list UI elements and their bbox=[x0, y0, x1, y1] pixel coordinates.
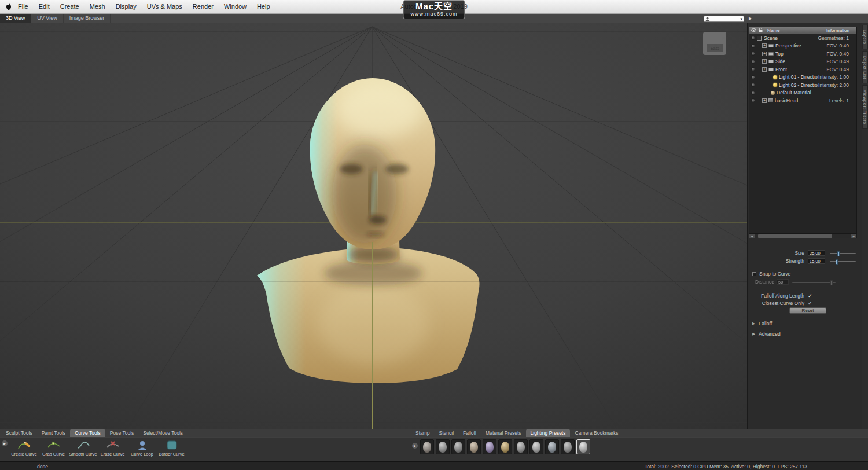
object-list-row[interactable]: Light 02 - Directional Intensity: 2.00 bbox=[749, 81, 856, 89]
lighting-preset-thumb[interactable] bbox=[514, 439, 528, 454]
tool-tab[interactable]: Stencil bbox=[435, 429, 459, 437]
tool-tab[interactable]: Stamp bbox=[411, 429, 435, 437]
smooth-curve-tool[interactable]: Smooth Curve bbox=[68, 439, 98, 457]
object-list-row[interactable]: + Front FOV: 0.49 bbox=[749, 65, 856, 74]
view-tab[interactable]: UV View bbox=[31, 14, 63, 23]
object-list-row[interactable]: Default Material bbox=[749, 89, 856, 97]
object-list-row[interactable]: + Top FOV: 0.49 bbox=[749, 50, 856, 58]
grab-curve-tool[interactable]: Grab Curve bbox=[39, 439, 68, 457]
tool-tab[interactable]: Pose Tools bbox=[105, 429, 138, 437]
expander-icon[interactable]: − bbox=[757, 36, 762, 41]
visibility-dot[interactable] bbox=[751, 91, 755, 95]
visibility-dot[interactable] bbox=[751, 75, 755, 79]
side-tab[interactable]: Layers bbox=[862, 25, 868, 49]
chevron-right-icon: ▶ bbox=[752, 321, 755, 326]
object-list-row[interactable]: + Perspective FOV: 0.49 bbox=[749, 42, 856, 50]
expander-icon[interactable]: + bbox=[762, 67, 767, 72]
visibility-dot[interactable] bbox=[751, 44, 755, 48]
tool-tab[interactable]: Paint Tools bbox=[37, 429, 70, 437]
lighting-preset-thumb[interactable] bbox=[561, 439, 575, 454]
search-box[interactable]: ▾ bbox=[704, 16, 744, 22]
visibility-dot[interactable] bbox=[751, 60, 755, 64]
tray-expand-right-icon[interactable]: ▶ bbox=[412, 443, 418, 449]
visibility-dot[interactable] bbox=[751, 98, 755, 102]
side-tab[interactable]: Object List bbox=[862, 51, 868, 84]
lighting-preset-thumb[interactable] bbox=[529, 439, 543, 454]
scroll-right-icon[interactable]: ▶ bbox=[851, 234, 856, 238]
closest-curve-only-check[interactable]: ✓ bbox=[808, 300, 812, 307]
tool-tab[interactable]: Falloff bbox=[458, 429, 481, 437]
menu-item[interactable]: Window bbox=[219, 0, 252, 13]
tool-tab[interactable]: Material Presets bbox=[481, 429, 525, 437]
view-tab[interactable]: Image Browser bbox=[64, 14, 111, 23]
menu-item[interactable]: Render bbox=[187, 0, 219, 13]
distance-slider[interactable] bbox=[792, 282, 836, 283]
object-list-row[interactable]: Light 01 - Directional1 Intensity: 1.00 bbox=[749, 74, 856, 82]
tool-tab[interactable]: Lighting Presets bbox=[526, 429, 571, 437]
distance-input[interactable] bbox=[777, 279, 789, 285]
lighting-preset-thumb[interactable] bbox=[420, 439, 434, 454]
lighting-preset-thumb[interactable] bbox=[436, 439, 450, 454]
expander-icon[interactable]: + bbox=[762, 59, 767, 64]
lighting-preset-thumb[interactable] bbox=[545, 439, 559, 454]
object-list-row[interactable]: − Scene Geometries: 1 bbox=[749, 34, 856, 42]
strength-slider[interactable] bbox=[830, 261, 856, 262]
menu-item[interactable]: Edit bbox=[34, 0, 55, 13]
object-type-icon bbox=[768, 98, 773, 102]
lighting-preset-thumb[interactable] bbox=[451, 439, 465, 454]
snap-to-curve-checkbox[interactable] bbox=[752, 272, 756, 276]
falloff-section-header[interactable]: ▶ Falloff bbox=[748, 321, 863, 328]
menu-item[interactable]: Mesh bbox=[84, 0, 111, 13]
menu-item[interactable]: Help bbox=[252, 0, 275, 13]
tray-expand-left-icon[interactable]: ▶ bbox=[2, 440, 8, 446]
viewport-3d[interactable]: East bbox=[0, 23, 747, 429]
side-tab[interactable]: Viewport Filters bbox=[862, 85, 868, 129]
curve-loop-tool[interactable]: Curve Loop bbox=[127, 439, 157, 457]
scrollbar-track[interactable] bbox=[755, 234, 851, 238]
lighting-preset-thumb[interactable] bbox=[483, 439, 496, 454]
menu-item[interactable]: Create bbox=[55, 0, 84, 13]
object-list-row[interactable]: + Side FOV: 0.49 bbox=[749, 58, 856, 66]
scrollbar-thumb[interactable] bbox=[758, 234, 832, 238]
object-type-icon bbox=[773, 83, 777, 87]
reset-button[interactable]: Reset bbox=[789, 307, 826, 314]
apple-menu-icon[interactable] bbox=[6, 3, 12, 10]
object-list-scrollbar[interactable]: ◀ ▶ bbox=[749, 234, 857, 238]
menu-item[interactable]: UVs & Maps bbox=[142, 0, 187, 13]
lighting-preset-thumb[interactable] bbox=[498, 439, 512, 454]
create-curve-tool[interactable]: Create Curve bbox=[9, 439, 39, 457]
closest-curve-only-label: Closest Curve Only bbox=[748, 300, 804, 307]
size-slider[interactable] bbox=[830, 253, 856, 254]
size-input[interactable] bbox=[808, 250, 825, 256]
strength-slider-handle[interactable] bbox=[836, 259, 838, 265]
tool-tab[interactable]: Sculpt Tools bbox=[1, 429, 37, 437]
chevron-down-icon[interactable]: ▾ bbox=[740, 16, 742, 21]
erase-curve-tool[interactable]: Erase Curve bbox=[98, 439, 127, 457]
visibility-dot[interactable] bbox=[751, 36, 755, 40]
menu-item[interactable]: File bbox=[13, 0, 34, 13]
tool-tab[interactable]: Select/Move Tools bbox=[138, 429, 187, 437]
size-slider-handle[interactable] bbox=[837, 251, 840, 256]
distance-slider-handle[interactable] bbox=[830, 280, 833, 285]
object-info: Geometries: 1 bbox=[818, 35, 856, 41]
advanced-section-header[interactable]: ▶ Advanced bbox=[748, 331, 863, 338]
visibility-dot[interactable] bbox=[751, 83, 755, 87]
search-input[interactable] bbox=[709, 16, 740, 21]
falloff-along-length-check[interactable]: ✓ bbox=[808, 293, 812, 299]
lighting-preset-thumb[interactable] bbox=[467, 439, 481, 454]
panel-expand-icon[interactable]: ▶ bbox=[749, 16, 752, 21]
expander-icon[interactable]: + bbox=[762, 52, 767, 56]
view-tab[interactable]: 3D View bbox=[0, 14, 31, 23]
expander-icon[interactable]: + bbox=[762, 43, 767, 48]
expander-icon[interactable]: + bbox=[762, 98, 767, 103]
tool-tab[interactable]: Curve Tools bbox=[70, 429, 105, 437]
strength-input[interactable] bbox=[808, 258, 825, 264]
visibility-dot[interactable] bbox=[751, 52, 755, 56]
object-list-row[interactable]: + basicHead Levels: 1 bbox=[749, 97, 856, 105]
menu-item[interactable]: Display bbox=[111, 0, 142, 13]
tool-tab[interactable]: Camera Bookmarks bbox=[570, 429, 623, 437]
border-curve-tool[interactable]: Border Curve bbox=[157, 439, 186, 457]
scroll-left-icon[interactable]: ◀ bbox=[749, 234, 755, 238]
lighting-preset-thumb[interactable] bbox=[576, 439, 590, 454]
visibility-dot[interactable] bbox=[751, 67, 755, 71]
